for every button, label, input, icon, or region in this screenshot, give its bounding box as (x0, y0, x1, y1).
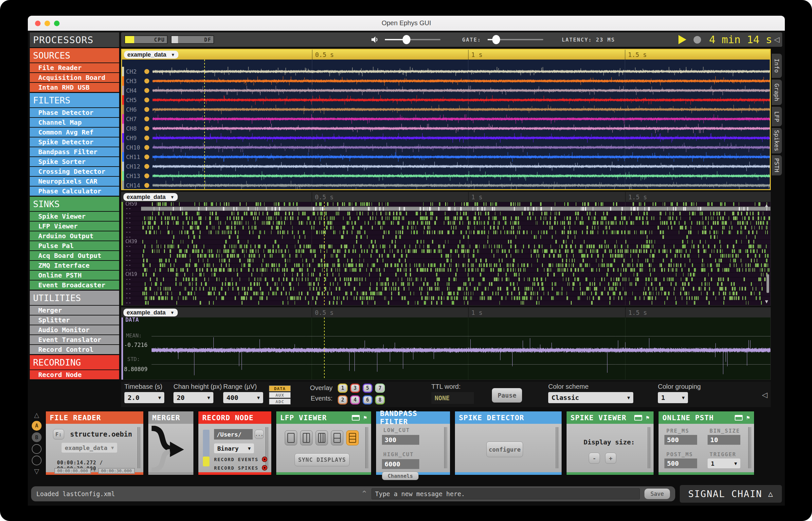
channel-enable-dot[interactable] (144, 126, 149, 131)
overlay-event-6-button[interactable]: 6 (363, 395, 373, 405)
chevron-up-icon[interactable]: ⌃ (361, 489, 367, 498)
drag-handle[interactable] (556, 427, 559, 468)
record-button[interactable] (694, 36, 701, 44)
channel-enable-dot[interactable] (144, 135, 149, 140)
sidebar-item-bandpass-filter[interactable]: Bandpass Filter (30, 147, 119, 156)
viewport-tab-graph[interactable]: Graph (772, 80, 782, 105)
display-size-plus-button[interactable]: + (605, 453, 616, 464)
play-button[interactable] (678, 35, 686, 44)
lfp-channel-row[interactable]: CH3 (122, 76, 770, 86)
signal-type-aux-button[interactable]: AUX (269, 392, 291, 398)
single-source-dropdown[interactable]: example_data▼ (123, 309, 178, 316)
sidebar-item-event-translator[interactable]: Event Translator (30, 335, 119, 344)
viewport-tab-psth[interactable]: PSTH (772, 155, 782, 175)
audio-b-button[interactable]: B (32, 432, 42, 442)
overlay-event-5-button[interactable]: 5 (363, 384, 373, 393)
pause-button[interactable]: Pause (492, 388, 522, 403)
sidebar-item-spike-viewer[interactable]: Spike Viewer (30, 212, 119, 221)
drag-handle[interactable] (266, 427, 268, 468)
open-tab-icon[interactable]: ⚑ (646, 414, 650, 421)
viewport-tab-info[interactable]: Info (772, 54, 782, 78)
overlay-event-1-button[interactable]: 1 (338, 384, 347, 393)
configure-button[interactable]: configure (486, 441, 523, 457)
channel-enable-dot[interactable] (144, 88, 149, 93)
gate-slider[interactable] (488, 39, 543, 40)
sidebar-item-record-node[interactable]: Record Node (30, 370, 119, 379)
raster-area[interactable]: ▲ ▼ CH59--------------CH39------------CH… (121, 202, 770, 305)
disk-space-knob[interactable] (203, 456, 209, 466)
chan-height-dropdown[interactable]: 20▼ (174, 392, 213, 403)
node-spike-detector[interactable]: SPIKE DETECTOR configure (455, 411, 562, 475)
sidebar-item-arduino-output[interactable]: Arduino Output (30, 231, 119, 241)
drag-handle[interactable] (748, 427, 751, 468)
pre-ms-field[interactable]: 500 (664, 435, 697, 445)
sidebar-item-splitter[interactable]: Splitter (30, 316, 119, 325)
sidebar-item-pulse-pal[interactable]: Pulse Pal (30, 241, 119, 250)
scroll-down-icon[interactable]: ▼ (764, 299, 769, 305)
channel-enable-dot[interactable] (144, 107, 149, 112)
node-file-reader[interactable]: FILE READER F: structure.oebin example_d… (45, 411, 144, 475)
color-grouping-dropdown[interactable]: 1▼ (658, 392, 688, 403)
lfp-channel-row[interactable]: CH8 (122, 124, 770, 133)
sidebar-item-acquisition-board[interactable]: Acquisition Board (30, 73, 119, 82)
drag-handle[interactable] (444, 427, 447, 468)
layout-3row-button[interactable] (346, 430, 359, 446)
layout-3col-button[interactable] (316, 430, 328, 446)
open-tab-icon[interactable]: ⚑ (747, 414, 750, 421)
color-scheme-dropdown[interactable]: Classic▼ (548, 392, 633, 403)
signal-type-data-button[interactable]: DATA (269, 386, 291, 391)
channel-enable-dot[interactable] (144, 164, 149, 169)
sidebar-item-event-broadcaster[interactable]: Event Broadcaster (30, 280, 119, 290)
raster-scrollbar[interactable] (767, 274, 769, 293)
channel-enable-dot[interactable] (144, 116, 149, 121)
overlay-event-3-button[interactable]: 3 (350, 384, 360, 393)
post-ms-field[interactable]: 500 (664, 458, 697, 468)
timebase-dropdown[interactable]: 2.0▼ (125, 392, 164, 403)
file-select-button[interactable]: F: (53, 429, 64, 439)
sidebar-item-lfp-viewer[interactable]: LFP Viewer (30, 222, 119, 231)
lfp-channel-row[interactable]: CH12 (122, 162, 770, 171)
channel-enable-dot[interactable] (144, 78, 149, 84)
overlay-event-7-button[interactable]: 7 (375, 384, 385, 393)
record-path-field[interactable]: /Users/ (214, 429, 253, 439)
overlay-event-4-button[interactable]: 4 (350, 395, 360, 405)
collapse-options-icon[interactable]: ◁ (762, 391, 767, 399)
lfp-channel-row[interactable]: CH6 (122, 105, 770, 114)
channel-enable-dot[interactable] (144, 145, 149, 150)
start-time-field[interactable]: 00:00:00.000 (54, 468, 91, 474)
sidebar-item-online-psth[interactable]: Online PSTH (30, 271, 119, 280)
node-bandpass-filter[interactable]: BANDPASS FILTER LOW_CUT 300 HIGH_CUT 600… (376, 411, 450, 475)
high-cut-field[interactable]: 6000 (382, 459, 419, 469)
open-tab-icon[interactable]: ⚑ (364, 414, 367, 421)
lfp-channel-row[interactable]: CH7 (122, 114, 770, 124)
layout-single-button[interactable] (285, 430, 297, 446)
browse-path-button[interactable]: ... (255, 430, 264, 439)
save-message-button[interactable]: Save (645, 489, 670, 499)
trigger-dropdown[interactable]: 1▼ (707, 458, 740, 468)
drag-handle[interactable] (648, 427, 651, 468)
channels-button[interactable]: Channels (382, 472, 419, 480)
open-window-icon[interactable] (634, 415, 642, 421)
open-window-icon[interactable] (735, 415, 743, 421)
volume-slider[interactable] (385, 39, 441, 40)
layout-2row-button[interactable] (331, 430, 343, 446)
file-stream-dropdown[interactable]: example_data▼ (62, 443, 117, 453)
lfp-channel-row[interactable]: CH2 (122, 67, 770, 76)
bin-size-field[interactable]: 10 (707, 435, 740, 445)
lfp-channel-row[interactable]: CH14 (122, 181, 770, 189)
sidebar-item-file-reader[interactable]: File Reader (30, 63, 119, 72)
collapse-control-panel-icon[interactable]: ◁ (774, 35, 780, 44)
signal-chain-badge[interactable]: SIGNAL CHAIN △ (680, 485, 782, 503)
sidebar-item-intan-rhd-usb[interactable]: Intan RHD USB (30, 83, 119, 92)
lfp-traces-area[interactable]: CH2CH3CH4CH5CH6CH7CH8CH9CH10CH11CH12CH13… (122, 60, 770, 189)
sidebar-item-phase-detector[interactable]: Phase Detector (30, 108, 119, 117)
scroll-up-icon[interactable]: ▲ (764, 203, 769, 208)
sidebar-item-spike-detector[interactable]: Spike Detector (30, 137, 119, 146)
overlay-event-8-button[interactable]: 8 (375, 395, 385, 405)
sidebar-item-phase-calculator[interactable]: Phase Calculator (30, 186, 119, 196)
single-channel-area[interactable]: DATA MEAN: -0.7216 STD: 8.80809 (121, 317, 770, 380)
lfp-channel-row[interactable]: CH13 (122, 171, 770, 181)
lfp-channel-row[interactable]: CH4 (122, 86, 770, 95)
sidebar-item-common-avg-ref[interactable]: Common Avg Ref (30, 128, 119, 137)
audio-a-button[interactable]: A (32, 421, 42, 431)
